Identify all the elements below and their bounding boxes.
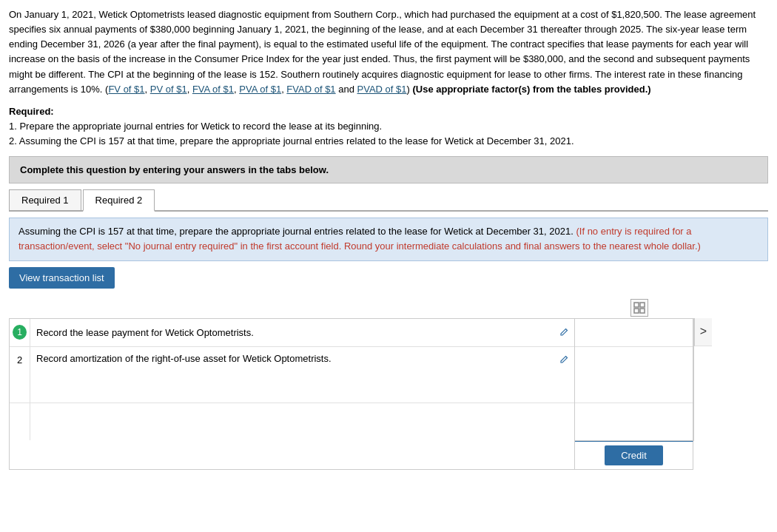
svg-rect-0 — [634, 303, 639, 307]
chevron-empty — [694, 346, 712, 441]
side-column: > Credit — [575, 318, 712, 470]
tabs-row: Required 1 Required 2 — [9, 189, 768, 212]
right-data-row-1 — [575, 319, 693, 347]
credit-button-container: Credit — [575, 441, 693, 470]
intro-paragraph: On January 1, 2021, Wetick Optometrists … — [9, 7, 768, 97]
view-transaction-button[interactable]: View transaction list — [9, 267, 115, 289]
required-section: Required: 1. Prepare the appropriate jou… — [9, 104, 768, 149]
right-data-row-2 — [575, 347, 693, 403]
row-number-1: 1 — [10, 319, 30, 346]
pv-link[interactable]: PV of $1 — [150, 84, 187, 95]
expand-icon[interactable] — [630, 299, 648, 317]
row-number-2: 2 — [10, 347, 30, 403]
fvad-link[interactable]: FVAD of $1 — [286, 84, 335, 95]
main-panel: 1 Record the lease payment for Wetick Op… — [9, 318, 575, 470]
instruction-main: Assuming the CPI is 157 at that time, pr… — [18, 226, 574, 237]
edit-icon-2[interactable] — [554, 347, 574, 403]
chevron-row1[interactable]: > — [694, 318, 712, 346]
svg-rect-3 — [640, 309, 645, 313]
green-circle-1: 1 — [13, 325, 27, 340]
required-label: Required: — [9, 106, 54, 117]
row-desc-empty — [30, 403, 554, 440]
transaction-grid: 1 Record the lease payment for Wetick Op… — [9, 318, 712, 470]
complete-box: Complete this question by entering your … — [9, 156, 768, 183]
row-desc-2: Record amortization of the right-of-use … — [30, 347, 554, 403]
fv-link[interactable]: FV of $1 — [108, 84, 144, 95]
chevron-col: > — [693, 318, 712, 441]
instruction-box: Assuming the CPI is 157 at that time, pr… — [9, 218, 768, 260]
right-data-panel — [575, 318, 693, 441]
pva-link[interactable]: PVA of $1 — [239, 84, 281, 95]
right-data-row-empty — [575, 403, 693, 440]
fva-link[interactable]: FVA of $1 — [192, 84, 234, 95]
tab-required1[interactable]: Required 1 — [9, 189, 81, 210]
svg-rect-2 — [634, 309, 639, 313]
table-row: 1 Record the lease payment for Wetick Op… — [10, 319, 574, 347]
svg-rect-1 — [640, 303, 645, 307]
table-row: 2 Record amortization of the right-of-us… — [10, 347, 574, 403]
required-item1: 1. Prepare the appropriate journal entri… — [9, 119, 768, 134]
transaction-area: 1 Record the lease payment for Wetick Op… — [9, 299, 768, 470]
side-top-area: > — [575, 318, 712, 441]
required-item2: 2. Assuming the CPI is 157 at that time,… — [9, 134, 768, 149]
row-number-empty — [10, 403, 30, 440]
pvad-link[interactable]: PVAD of $1 — [357, 84, 407, 95]
table-row-empty — [10, 403, 574, 440]
edit-icon-1[interactable] — [554, 319, 574, 346]
edit-icon-empty — [554, 403, 574, 440]
credit-button[interactable]: Credit — [605, 445, 663, 465]
bold-note: (Use appropriate factor(s) from the tabl… — [412, 84, 650, 95]
tab-required2[interactable]: Required 2 — [83, 189, 155, 212]
row-desc-1: Record the lease payment for Wetick Opto… — [30, 319, 554, 346]
